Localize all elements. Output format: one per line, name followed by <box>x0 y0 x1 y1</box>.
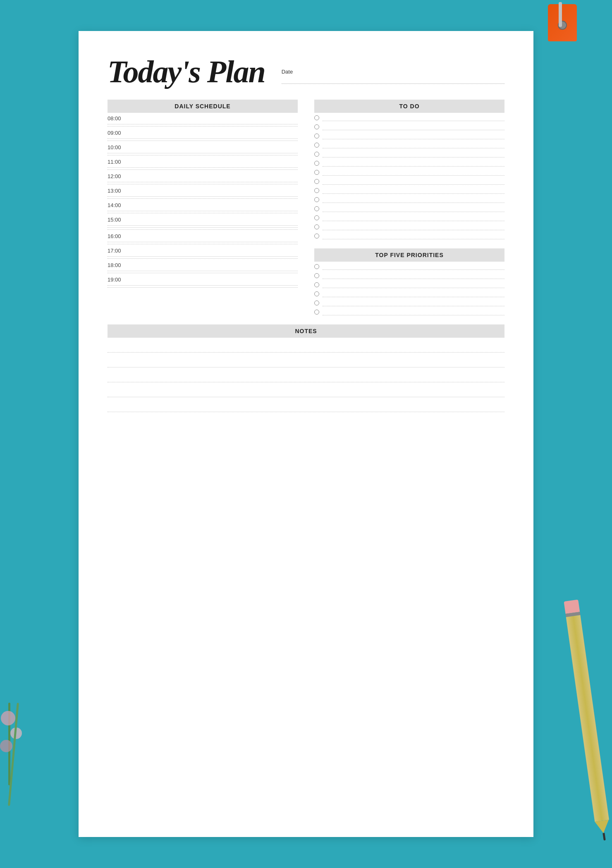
todo-circle <box>314 206 319 211</box>
schedule-line <box>108 126 298 126</box>
todo-item-12 <box>314 213 504 222</box>
time-block-1200: 12:00 <box>108 172 298 184</box>
time-label-1700: 17:00 <box>108 246 298 255</box>
time-block-1500: 15:00 <box>108 215 298 230</box>
priorities-header: TOP FIVE PRIORITIES <box>314 248 504 262</box>
priority-circle <box>314 273 319 278</box>
note-line-2 <box>108 354 504 367</box>
time-label-1300: 13:00 <box>108 186 298 195</box>
schedule-line <box>108 155 298 155</box>
notes-header: NOTES <box>108 324 504 338</box>
todo-circle <box>314 170 319 175</box>
priority-line <box>323 281 504 288</box>
time-label-0900: 09:00 <box>108 128 298 137</box>
todo-item-2 <box>314 122 504 131</box>
todo-item-14 <box>314 231 504 240</box>
time-label-1600: 16:00 <box>108 231 298 240</box>
flower-decoration <box>4 703 14 806</box>
schedule-line <box>108 138 298 139</box>
todo-circle <box>314 115 319 120</box>
note-line-4 <box>108 384 504 397</box>
note-line-1 <box>108 339 504 353</box>
todo-item-10 <box>314 195 504 204</box>
time-block-1700: 17:00 <box>108 246 298 259</box>
time-block-1800: 18:00 <box>108 260 298 273</box>
schedule-line <box>108 213 298 213</box>
schedule-line <box>108 184 298 184</box>
daily-schedule-header: DAILY SCHEDULE <box>108 100 298 113</box>
todo-circle <box>314 234 319 238</box>
time-block-1400: 14:00 <box>108 200 298 213</box>
schedule-line <box>108 141 298 141</box>
todo-circle <box>314 224 319 229</box>
schedule-line <box>108 271 298 271</box>
todo-line <box>323 196 504 203</box>
schedule-line <box>108 258 298 259</box>
note-line-3 <box>108 369 504 382</box>
todo-item-13 <box>314 222 504 231</box>
paper: Today's Plan Date DAILY SCHEDULE 08:00 0… <box>79 31 533 837</box>
todo-line <box>323 124 504 130</box>
todo-line <box>323 215 504 221</box>
pencil-decoration <box>564 599 612 847</box>
time-label-0800: 08:00 <box>108 114 298 122</box>
schedule-line <box>108 287 298 288</box>
priority-line <box>323 291 504 297</box>
todo-line <box>323 142 504 148</box>
todo-line <box>323 133 504 139</box>
todo-section: TO DO <box>314 100 504 240</box>
notes-lines <box>108 339 504 412</box>
schedule-line <box>108 285 298 286</box>
time-label-1900: 19:00 <box>108 275 298 284</box>
time-label-1000: 10:00 <box>108 143 298 151</box>
priority-item-2 <box>314 271 504 280</box>
todo-line <box>323 151 504 157</box>
todo-item-7 <box>314 167 504 176</box>
time-label-1100: 11:00 <box>108 157 298 166</box>
todo-line <box>323 169 504 176</box>
right-column: TO DO <box>314 100 504 316</box>
todo-item-11 <box>314 204 504 213</box>
content-grid: DAILY SCHEDULE 08:00 09:00 10:00 11: <box>108 100 504 414</box>
todo-line <box>323 114 504 121</box>
todo-line <box>323 224 504 230</box>
sharpener-decoration <box>546 0 579 50</box>
todo-line <box>323 178 504 185</box>
time-label-1400: 14:00 <box>108 200 298 209</box>
priority-circle <box>314 310 319 315</box>
schedule-line <box>108 256 298 257</box>
priority-item-4 <box>314 289 504 298</box>
time-label-1200: 12:00 <box>108 172 298 180</box>
time-block-1100: 11:00 <box>108 157 298 170</box>
time-label-1800: 18:00 <box>108 260 298 269</box>
priority-line <box>323 263 504 270</box>
schedule-line <box>108 229 298 230</box>
todo-item-5 <box>314 149 504 158</box>
time-block-1000: 10:00 <box>108 143 298 155</box>
todo-circle <box>314 134 319 138</box>
todo-line <box>323 205 504 212</box>
todo-line <box>323 160 504 167</box>
date-line <box>282 76 504 84</box>
todo-circle <box>314 124 319 129</box>
priorities-section: TOP FIVE PRIORITIES <box>314 248 504 316</box>
priority-line <box>323 300 504 306</box>
priority-circle <box>314 264 319 269</box>
schedule-line <box>108 167 298 168</box>
todo-circle <box>314 215 319 220</box>
page-title: Today's Plan <box>108 56 265 87</box>
schedule-line <box>108 124 298 124</box>
schedule-line <box>108 244 298 244</box>
schedule-line <box>108 242 298 242</box>
priority-item-5 <box>314 298 504 307</box>
todo-item-6 <box>314 158 504 167</box>
schedule-line <box>108 182 298 182</box>
schedule-line <box>108 153 298 153</box>
note-line-5 <box>108 399 504 412</box>
time-block-0800: 08:00 <box>108 114 298 126</box>
priority-circle <box>314 291 319 296</box>
todo-item-8 <box>314 176 504 186</box>
todo-circle <box>314 188 319 193</box>
priority-circle <box>314 300 319 305</box>
priority-item-3 <box>314 280 504 289</box>
